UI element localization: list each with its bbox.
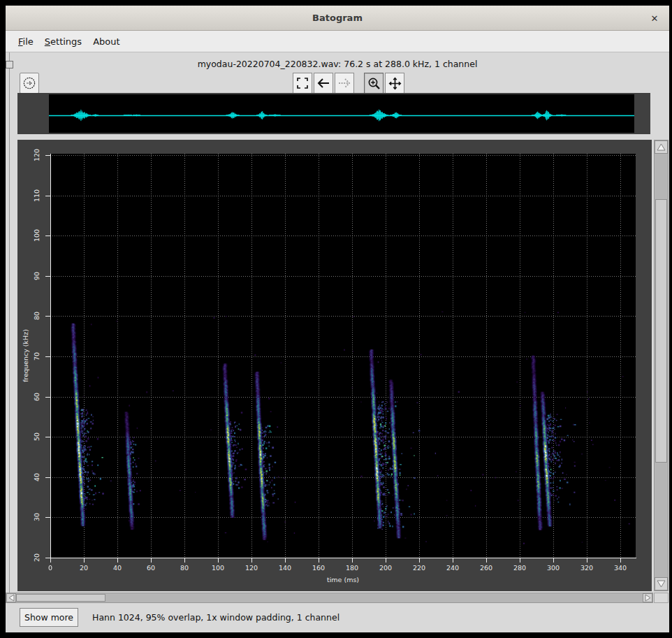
scrollbar-corner: [654, 593, 669, 603]
menubar: FileSettingsAbout: [6, 31, 669, 52]
y-tick-label: 120: [33, 149, 41, 161]
magnifier-plus-icon: [367, 77, 381, 90]
x-tick-label: 280: [513, 564, 526, 572]
arrow-right-icon: [337, 77, 351, 89]
y-tick-label: 90: [33, 272, 41, 280]
x-tick-label: 200: [379, 564, 392, 572]
arrow-left-icon: [316, 77, 330, 89]
history-back-button[interactable]: [314, 73, 333, 94]
circle-arrow-icon: [22, 76, 36, 90]
triangle-down-icon: [657, 580, 666, 588]
y-tick: [45, 558, 50, 558]
waveform-overview-plot[interactable]: [49, 94, 634, 133]
x-axis-title: time (ms): [327, 576, 359, 583]
x-tick-label: 340: [614, 564, 627, 572]
scroll-down-button[interactable]: [655, 577, 668, 590]
x-tick: [285, 558, 286, 563]
vertical-scrollbar-thumb[interactable]: [655, 199, 667, 463]
x-tick-label: 100: [212, 564, 224, 572]
y-tick-label: 80: [33, 312, 41, 320]
x-tick: [419, 558, 420, 563]
y-tick: [45, 397, 50, 398]
waveform-overview-panel[interactable]: [17, 93, 650, 134]
vertical-scrollbar[interactable]: [654, 140, 669, 591]
x-tick-label: 300: [547, 564, 560, 572]
move-arrows-icon: [388, 77, 402, 90]
x-tick-label: 240: [446, 564, 459, 572]
zoom-in-button[interactable]: [364, 73, 384, 94]
settings-summary-label: Hann 1024, 95% overlap, 1x window paddin…: [92, 608, 339, 627]
goto-selection-button[interactable]: [20, 73, 39, 94]
x-tick: [218, 558, 219, 563]
y-tick: [45, 437, 50, 437]
close-icon[interactable]: ✕: [648, 12, 661, 24]
x-tick: [486, 558, 487, 563]
y-tick-label: 50: [33, 433, 41, 441]
x-tick-label: 20: [80, 564, 88, 572]
x-tick: [352, 558, 353, 563]
title-bar[interactable]: Batogram ✕: [6, 6, 669, 31]
window-title: Batogram: [312, 13, 363, 23]
x-tick-label: 160: [312, 564, 325, 572]
x-tick-label: 40: [113, 564, 122, 572]
x-tick: [251, 558, 252, 563]
menu-item-file[interactable]: File: [13, 33, 39, 50]
scroll-up-button[interactable]: [655, 140, 668, 154]
desktop: Batogram ✕ FileSettingsAbout myodau-2022…: [0, 0, 672, 638]
x-tick: [587, 558, 587, 563]
x-tick-label: 60: [147, 564, 155, 572]
x-tick: [319, 558, 319, 563]
y-tick-label: 40: [33, 473, 41, 481]
pane-sash-handle[interactable]: [6, 61, 13, 68]
y-tick: [45, 196, 50, 196]
y-tick-label: 70: [33, 352, 41, 361]
fullscreen-icon: [296, 77, 309, 89]
y-tick-label: 20: [33, 553, 41, 562]
show-more-button[interactable]: Show more: [20, 608, 78, 627]
y-tick-label: 60: [33, 393, 41, 401]
x-tick: [50, 558, 51, 563]
y-tick: [45, 316, 50, 317]
history-forward-button: [335, 73, 354, 94]
y-tick: [45, 517, 50, 518]
fit-view-button[interactable]: [293, 73, 312, 94]
y-tick: [45, 155, 50, 156]
x-tick-label: 0: [48, 564, 52, 572]
triangle-left-icon: [8, 594, 15, 602]
x-tick: [386, 558, 386, 563]
x-tick: [620, 558, 621, 563]
scroll-left-button[interactable]: [6, 593, 16, 602]
x-tick: [84, 558, 85, 563]
x-axis-line: [50, 558, 636, 558]
y-tick: [45, 235, 50, 236]
x-tick-label: 180: [346, 564, 358, 572]
x-tick: [117, 558, 118, 563]
x-tick: [520, 558, 520, 563]
pane-sash: [9, 52, 10, 597]
triangle-right-icon: [645, 594, 651, 602]
y-tick: [45, 276, 50, 277]
horizontal-scrollbar[interactable]: [6, 593, 653, 603]
file-summary-label: myodau-20220704_220832.wav: 76.2 s at 28…: [6, 59, 669, 69]
menu-item-settings[interactable]: Settings: [39, 33, 87, 50]
x-tick-label: 140: [279, 564, 291, 572]
menu-item-about[interactable]: About: [87, 33, 125, 50]
y-tick: [45, 477, 50, 478]
x-tick-label: 320: [580, 564, 593, 572]
batogram-window: Batogram ✕ FileSettingsAbout myodau-2022…: [6, 6, 669, 632]
horizontal-scrollbar-thumb[interactable]: [16, 594, 105, 602]
spectrogram-plot[interactable]: [50, 154, 636, 558]
x-tick-label: 80: [180, 564, 189, 572]
y-tick-label: 110: [33, 189, 41, 202]
x-tick: [184, 558, 185, 563]
pan-tool-button[interactable]: [385, 73, 404, 94]
y-axis-title: frequency (kHz): [22, 329, 29, 382]
x-tick-label: 120: [245, 564, 258, 572]
triangle-up-icon: [657, 143, 666, 151]
x-tick: [553, 558, 554, 563]
y-axis-line: [50, 154, 51, 558]
x-tick: [453, 558, 453, 563]
spectrogram-panel: frequency (kHz) time (ms) 20304050607080…: [17, 140, 652, 591]
y-tick-label: 100: [33, 229, 41, 242]
scroll-right-button[interactable]: [643, 593, 652, 602]
